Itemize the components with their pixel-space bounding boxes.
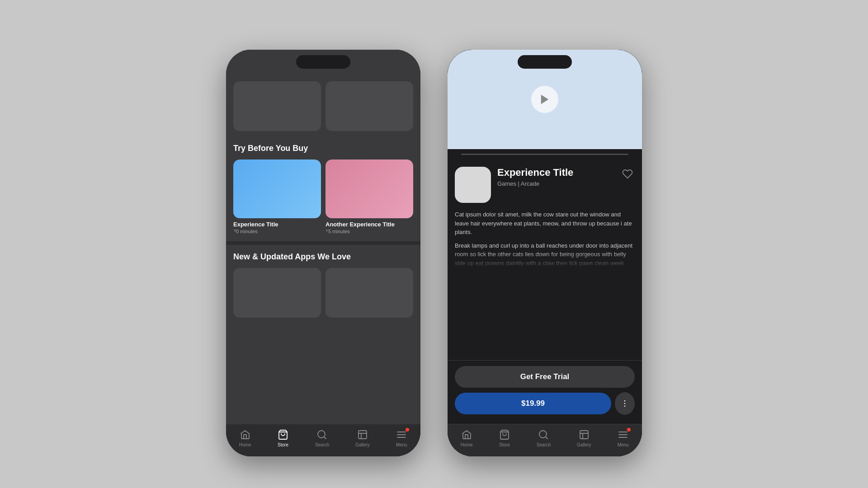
gallery-icon — [357, 429, 368, 441]
app-desc-1: Cat ipsum dolor sit amet, milk the cow s… — [455, 210, 635, 237]
app-header: Experience Title Games | Arcade — [455, 167, 635, 203]
cta-bottom-row: $19.99 — [455, 392, 635, 415]
p2-bag-icon — [499, 429, 510, 441]
try-before-title: Try Before You Buy — [233, 144, 413, 153]
top-card-1 — [233, 81, 321, 131]
favorite-button[interactable] — [620, 167, 635, 181]
bag-icon — [277, 429, 289, 441]
p2-nav-home-label: Home — [461, 442, 473, 447]
new-apps-title: New & Updated Apps We Love — [233, 252, 413, 262]
more-options-button[interactable] — [615, 392, 635, 415]
home-icon — [239, 429, 251, 441]
try-card-2-label: Another Experience Title — [326, 221, 413, 228]
play-button[interactable] — [531, 86, 558, 113]
p2-nav-search-label: Search — [537, 442, 551, 447]
menu-icon — [396, 429, 407, 441]
progress-bar — [461, 154, 628, 155]
svg-rect-14 — [580, 431, 588, 439]
p2-nav-store-label: Store — [499, 442, 510, 447]
nav-store-label: Store — [278, 442, 288, 447]
svg-marker-7 — [541, 95, 548, 104]
nav-gallery[interactable]: Gallery — [355, 429, 370, 447]
p2-nav-gallery[interactable]: Gallery — [577, 429, 591, 447]
svg-line-2 — [324, 437, 326, 439]
phone-left: Try Before You Buy Experience Title 20 m… — [226, 50, 420, 456]
app-desc-2: Break lamps and curl up into a ball reac… — [455, 241, 635, 269]
app-icon — [455, 167, 491, 203]
cta-area: Get Free Trial $19.99 — [448, 360, 642, 420]
svg-point-10 — [624, 406, 626, 407]
top-card-2 — [326, 81, 413, 131]
phone2-notch — [518, 55, 572, 69]
app-title-block: Experience Title Games | Arcade — [497, 167, 614, 187]
nav-gallery-label: Gallery — [355, 442, 370, 447]
progress-bar-container — [448, 154, 642, 155]
new-app-card-1[interactable] — [233, 268, 321, 318]
new-app-card-2[interactable] — [326, 268, 413, 318]
free-trial-button[interactable]: Get Free Trial — [455, 366, 635, 388]
phones-container: Try Before You Buy Experience Title 20 m… — [226, 50, 642, 456]
svg-point-9 — [624, 403, 626, 404]
svg-point-8 — [624, 400, 626, 402]
p2-menu-badge — [627, 428, 631, 432]
p2-gallery-icon — [578, 429, 590, 441]
phone1-bottom-nav: Home Store Search — [226, 424, 420, 456]
nav-home[interactable]: Home — [239, 429, 251, 447]
nav-menu[interactable]: Menu — [396, 429, 407, 447]
nav-store[interactable]: Store — [277, 429, 289, 447]
try-card-1-label: Experience Title — [233, 221, 321, 228]
p2-nav-menu-label: Menu — [618, 442, 629, 447]
svg-rect-3 — [359, 431, 367, 439]
nav-search[interactable]: Search — [315, 429, 330, 447]
nav-search-label: Search — [315, 442, 330, 447]
buy-button[interactable]: $19.99 — [455, 393, 611, 414]
try-card-1-image — [233, 160, 321, 218]
phone-notch — [296, 55, 350, 69]
try-card-2-duration: 15 minutes — [326, 229, 413, 234]
p2-nav-store[interactable]: Store — [499, 429, 510, 447]
p2-nav-menu[interactable]: Menu — [617, 429, 629, 447]
try-card-2-image — [326, 160, 413, 218]
p2-nav-search[interactable]: Search — [537, 429, 551, 447]
try-cards-row: Experience Title 20 minutes Another Expe… — [233, 160, 413, 234]
app-genre: Games | Arcade — [497, 180, 614, 187]
svg-line-13 — [546, 437, 547, 439]
p2-menu-icon — [617, 429, 629, 441]
phone-right: Experience Title Games | Arcade Cat ipsu… — [448, 50, 642, 456]
search-icon — [316, 429, 328, 441]
nav-menu-label: Menu — [396, 442, 407, 447]
menu-badge — [406, 428, 409, 432]
try-card-1[interactable]: Experience Title 20 minutes — [233, 160, 321, 234]
p2-search-icon — [538, 429, 549, 441]
phone2-bottom-nav: Home Store Search — [448, 424, 642, 456]
app-title: Experience Title — [497, 167, 614, 178]
new-app-cards-row — [233, 268, 413, 318]
nav-home-label: Home — [239, 442, 251, 447]
try-card-1-duration: 20 minutes — [233, 229, 321, 234]
app-description-area: Cat ipsum dolor sit amet, milk the cow s… — [455, 210, 635, 269]
p2-home-icon — [461, 429, 472, 441]
p2-nav-home[interactable]: Home — [461, 429, 473, 447]
try-before-section: Try Before You Buy Experience Title 20 m… — [226, 136, 420, 241]
p2-nav-gallery-label: Gallery — [577, 442, 591, 447]
try-card-2[interactable]: Another Experience Title 15 minutes — [326, 160, 413, 234]
